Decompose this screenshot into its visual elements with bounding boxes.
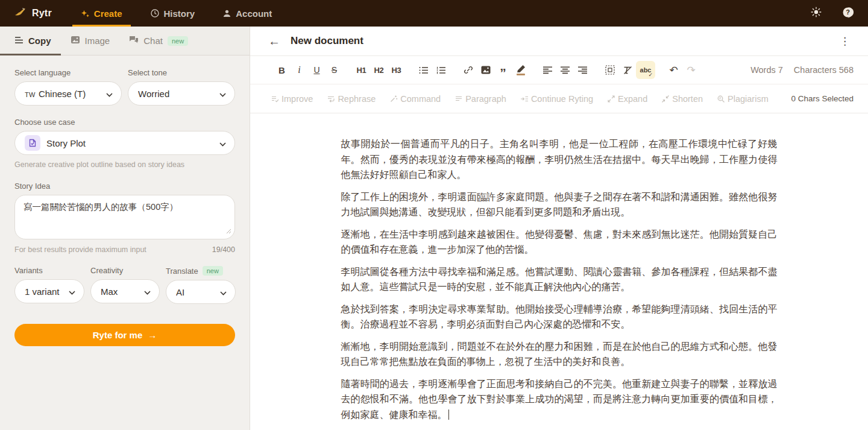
heading1-button[interactable]: H1 <box>353 61 370 79</box>
expand-button[interactable]: Expand <box>607 94 647 104</box>
rephrase-button[interactable]: Rephrase <box>327 94 376 104</box>
document-title[interactable]: New document <box>291 35 363 47</box>
language-flag: TW <box>25 91 36 98</box>
cta-label: Ryte for me <box>93 330 143 340</box>
italic-button[interactable]: i <box>291 61 308 79</box>
resize-handle[interactable] <box>226 226 231 236</box>
paragraph: 漸漸地，李明開始意識到，問題並不在於外在的壓力和困難，而是在於他自己的思維方式和… <box>341 339 778 370</box>
spell-check-button[interactable]: abc ✓ <box>636 61 655 79</box>
translate-select[interactable]: AI <box>166 280 236 304</box>
tab-chat[interactable]: Chat new <box>119 27 198 55</box>
help-icon[interactable]: ? <box>842 7 854 21</box>
ai-actions-bar: Improve Rephrase Command Paragraph Conti… <box>250 84 868 113</box>
tab-image-label: Image <box>85 36 110 46</box>
word-count: Words 7 <box>750 65 783 75</box>
blockquote-button[interactable]: ” <box>494 61 512 79</box>
underline-button[interactable]: U <box>308 61 326 79</box>
translate-label: Translate <box>166 267 198 276</box>
undo-button[interactable]: ↶ <box>665 61 682 79</box>
editor-area[interactable]: 故事開始於一個普通而平凡的日子。主角名叫李明，他是一位工程師，在高壓工作環境中忙… <box>250 113 868 430</box>
variants-label: Variants <box>14 266 84 275</box>
use-case-select[interactable]: Story Plot <box>14 131 235 155</box>
language-label: Select language <box>14 68 122 77</box>
theme-sun-icon[interactable] <box>811 7 822 20</box>
nav-right-actions: ? <box>811 7 854 21</box>
paragraph: 除了工作上的困境外，李明還面臨許多家庭問題。他與妻子之間存在著不和諧和溝通困難。… <box>341 189 778 220</box>
chevron-down-icon <box>219 138 226 148</box>
strikethrough-button[interactable]: S <box>326 61 343 79</box>
continue-ryting-button[interactable]: Continue Ryting <box>520 94 593 104</box>
document-header: ← New document ⋮ <box>250 27 868 56</box>
chevron-down-icon <box>69 286 75 297</box>
chat-new-badge: new <box>168 36 188 46</box>
image-icon <box>71 36 80 46</box>
story-plot-icon <box>25 135 40 151</box>
align-center-button[interactable] <box>556 61 574 79</box>
variants-value: 1 variant <box>25 286 65 297</box>
language-select[interactable]: TWChinese (T) <box>14 81 122 106</box>
arrow-right-icon: → <box>148 330 157 340</box>
story-idea-input[interactable]: 寫一篇關於苦惱的男人的故事（500字） <box>14 195 235 239</box>
select-all-button[interactable] <box>601 61 618 79</box>
sparkles-icon <box>81 9 90 18</box>
insert-image-button[interactable] <box>477 61 494 79</box>
rytr-logo[interactable]: Rytr <box>14 7 52 20</box>
paragraph: 急於找到答案，李明決定尋求專業幫助。他開始接受心理輔導治療，希望能夠理清頭緒、找… <box>341 302 778 332</box>
paragraph: 隨著時間的過去，李明逐漸學會了正面思考和接納自己的不完美。他重新建立與妻子的聯繫… <box>341 376 778 423</box>
use-case-value: Story Plot <box>46 138 216 148</box>
nav-item-create[interactable]: Create <box>81 0 122 27</box>
paragraph-button[interactable]: Paragraph <box>454 94 506 104</box>
sidebar-form: Select language TWChinese (T) Select ton… <box>0 55 250 430</box>
nav-label-account: Account <box>236 8 272 19</box>
redo-button[interactable]: ↷ <box>682 61 700 79</box>
nav-item-history[interactable]: History <box>150 0 195 27</box>
app-window: Rytr Create History Account <box>0 0 868 430</box>
command-button[interactable]: Command <box>389 94 441 104</box>
chevron-down-icon <box>144 286 151 297</box>
tone-value: Worried <box>138 89 216 99</box>
kebab-menu-button[interactable]: ⋮ <box>836 34 854 49</box>
input-helper: For best results provide maximum input <box>14 245 146 254</box>
chevron-down-icon <box>106 89 113 99</box>
brand-name: Rytr <box>32 8 52 19</box>
plagiarism-button[interactable]: Plagiarism <box>717 94 769 104</box>
align-left-button[interactable] <box>539 61 556 79</box>
nav-label-create: Create <box>94 8 122 19</box>
history-clock-icon <box>150 8 160 18</box>
creativity-label: Creativity <box>90 266 160 275</box>
chevron-down-icon <box>219 89 226 99</box>
tab-image[interactable]: Image <box>61 27 120 55</box>
back-arrow-button[interactable]: ← <box>268 35 280 47</box>
heading3-button[interactable]: H3 <box>388 61 405 79</box>
highlight-color-bar <box>517 74 525 75</box>
bullet-list-button[interactable] <box>415 61 432 79</box>
link-button[interactable] <box>459 61 477 79</box>
character-count: Characters 568 <box>794 65 854 75</box>
highlight-pen-button[interactable] <box>512 61 529 79</box>
use-case-helper: Generate creative plot outline based on … <box>14 160 235 169</box>
creativity-value: Max <box>101 286 140 297</box>
tab-copy[interactable]: Copy <box>0 27 61 55</box>
language-value: Chinese (T) <box>39 89 86 99</box>
format-toolbar: B i U S H1 H2 H3 <box>250 56 868 84</box>
tone-select[interactable]: Worried <box>128 81 235 106</box>
variants-select[interactable]: 1 variant <box>14 279 84 303</box>
translate-new-badge: new <box>203 266 223 276</box>
ryte-for-me-button[interactable]: Ryte for me → <box>14 324 235 346</box>
story-idea-label: Story Idea <box>14 182 235 191</box>
nav-label-history: History <box>164 8 195 19</box>
nav-item-account[interactable]: Account <box>222 0 272 27</box>
document-content: 故事開始於一個普通而平凡的日子。主角名叫李明，他是一位工程師，在高壓工作環境中忙… <box>341 136 778 422</box>
creativity-select[interactable]: Max <box>90 279 160 303</box>
ordered-list-button[interactable] <box>432 61 450 79</box>
shorten-button[interactable]: Shorten <box>661 94 703 104</box>
improve-button[interactable]: Improve <box>271 94 313 104</box>
heading2-button[interactable]: H2 <box>370 61 388 79</box>
check-icon: ✓ <box>648 72 653 78</box>
nav-menu: Create History Account <box>81 0 272 27</box>
paragraph: 故事開始於一個普通而平凡的日子。主角名叫李明，他是一位工程師，在高壓工作環境中忙… <box>341 136 778 183</box>
clear-format-button[interactable] <box>618 61 636 79</box>
align-right-button[interactable] <box>574 61 591 79</box>
bold-button[interactable]: B <box>273 61 291 79</box>
document-stats: Words 7 Characters 568 <box>750 65 854 75</box>
